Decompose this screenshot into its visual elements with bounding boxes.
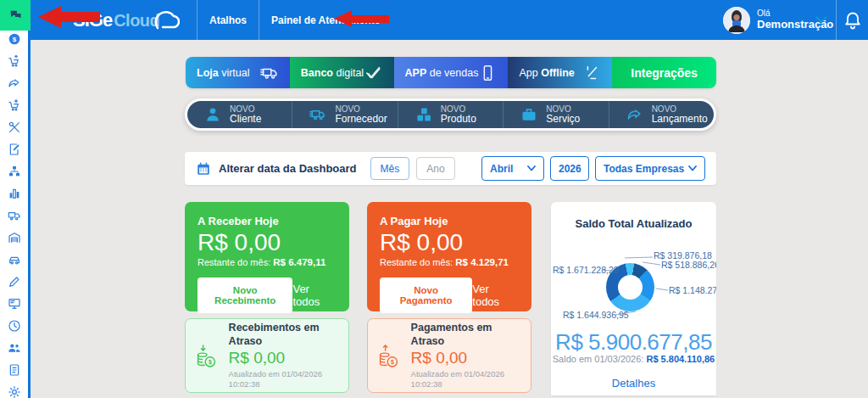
- overdue-receivables-card: $ Recebimentos em Atraso R$ 0,00 Atualiz…: [185, 318, 349, 393]
- sidebar-item-pos-monitor[interactable]: [7, 297, 21, 311]
- person-icon: [204, 106, 221, 123]
- overdue-payables-value: R$ 0,00: [411, 348, 520, 368]
- servico-label: Serviço: [546, 114, 580, 125]
- sidebar-item-sales-cart[interactable]: [7, 54, 21, 68]
- sidebar-item-vehicle[interactable]: [7, 253, 21, 266]
- balance-total: R$ 5.900.677,85: [551, 329, 716, 356]
- sidebar-item-clock[interactable]: [7, 319, 21, 333]
- year-toggle-button[interactable]: Ano: [416, 157, 454, 180]
- donut-label-4: R$ 1.644.936,95: [563, 310, 629, 320]
- banner-integracoes[interactable]: Integrações: [612, 57, 716, 88]
- month-select[interactable]: Abril: [481, 156, 544, 181]
- gear-icon: [8, 385, 21, 398]
- sidebar-item-money[interactable]: $: [7, 32, 21, 46]
- sidebar-item-reports[interactable]: [7, 187, 21, 200]
- chevron-down-icon: [527, 165, 536, 171]
- topbar: SIGe Cloud Atalhos Painel de Atendimento…: [31, 0, 868, 40]
- fornecedor-label: Fornecedor: [335, 114, 387, 125]
- year-select[interactable]: 2026: [550, 156, 589, 181]
- filter-selects: Abril 2026 Todas Empresas: [481, 156, 705, 181]
- year-select-value: 2026: [559, 163, 581, 175]
- total-balance-card: Saldo Total Atualizado R$ 319.876,18 R$ …: [551, 202, 716, 395]
- view-all-receivables-link[interactable]: Ver todos: [292, 283, 331, 308]
- banner-loja-label: Loja virtual: [197, 67, 250, 79]
- payable-remaining: Restante do mês: R$ 4.129,71: [380, 257, 519, 267]
- cloud-icon: [151, 4, 180, 31]
- cart-down-icon: [8, 98, 21, 112]
- arrow-shaft: [352, 15, 389, 23]
- overdue-payables-updated: Atualizado em 01/04/2026 10:02:38: [411, 369, 520, 390]
- topbar-divider: [836, 0, 837, 40]
- cart-up-icon: [8, 54, 21, 68]
- new-receipt-button[interactable]: Novo Recebimento: [198, 277, 292, 313]
- sidebar-item-delivery-truck[interactable]: [7, 209, 21, 222]
- monitor-icon: [8, 297, 21, 311]
- sidebar-item-documents[interactable]: [7, 363, 21, 377]
- banner-loja-virtual[interactable]: Loja virtual: [186, 57, 290, 88]
- menu-item-atalhos[interactable]: Atalhos: [197, 0, 259, 40]
- sidebar-item-pen[interactable]: [7, 275, 21, 289]
- sidebar-item-users[interactable]: [7, 341, 21, 355]
- smartphone-icon: [478, 64, 497, 82]
- annotation-arrow-painel: [334, 10, 389, 27]
- clipboard-icon: [8, 363, 21, 377]
- view-all-payables-link[interactable]: Ver todos: [472, 283, 514, 308]
- quick-create-cliente[interactable]: NOVOCliente: [187, 101, 292, 128]
- balance-card-title: Saldo Total Atualizado: [551, 217, 716, 230]
- company-select-value: Todas Empresas: [604, 163, 684, 175]
- banner-offline-label: App Offline: [519, 67, 574, 79]
- chevron-down-icon: [688, 165, 697, 171]
- receivable-remaining: Restante do mês: R$ 6.479,11: [198, 257, 337, 267]
- arrow-head: [38, 6, 61, 28]
- month-select-value: Abril: [490, 163, 513, 175]
- quick-create-servico[interactable]: NOVOServiço: [503, 101, 608, 128]
- banner-app-offline[interactable]: App Offline: [508, 57, 612, 88]
- avatar: [723, 7, 750, 34]
- overdue-receivables-updated: Atualizado em 01/04/2026 10:02:38: [229, 369, 338, 390]
- chevron-down-icon[interactable]: [815, 16, 827, 24]
- dashboard-filter-bar: Alterar data da Dashboard Mês Ano Abril …: [185, 152, 716, 185]
- share-arrow-icon: [626, 106, 643, 123]
- receivable-today-card: A Receber Hoje R$ 0,00 Restante do mês: …: [185, 202, 349, 311]
- calendar-icon: [196, 161, 211, 177]
- banner-integracoes-label: Integrações: [631, 66, 698, 80]
- quick-create-lancamento[interactable]: NOVOLançamento: [609, 101, 714, 128]
- tools-icon: [8, 121, 21, 134]
- payable-today-card: A Pagar Hoje R$ 0,00 Restante do mês: R$…: [367, 202, 531, 311]
- offline-icon: [582, 64, 601, 82]
- annotation-arrow-sidebar: [38, 6, 100, 28]
- warehouse-icon: [8, 231, 21, 244]
- company-select[interactable]: Todas Empresas: [595, 156, 705, 181]
- feature-banner: Loja virtual Banco digital APP de vendas…: [186, 57, 716, 88]
- chat-icon: [8, 8, 23, 22]
- overdue-payables-card: $ Pagamentos em Atraso R$ 0,00 Atualizad…: [367, 318, 531, 393]
- quick-create-produto[interactable]: NOVOProduto: [398, 101, 503, 128]
- notification-bell-icon[interactable]: [843, 10, 863, 31]
- arrow-shaft: [61, 12, 100, 22]
- sidebar-item-settings[interactable]: [7, 385, 21, 398]
- banner-banco-label: Banco digital: [301, 67, 364, 79]
- lancamento-label: Lançamento: [652, 114, 708, 125]
- month-toggle-button[interactable]: Mês: [370, 157, 410, 180]
- sidebar-item-notes[interactable]: [7, 143, 21, 156]
- svg-text:$: $: [12, 36, 16, 43]
- arrow-head: [334, 10, 352, 27]
- sidebar-item-sitemap[interactable]: [7, 165, 21, 178]
- banner-app-de-vendas[interactable]: APP de vendas: [394, 57, 509, 88]
- balance-details-link[interactable]: Detalhes: [551, 377, 716, 390]
- sidebar-item-chat[interactable]: [0, 0, 31, 31]
- donut-label-5: R$ 1.671.228,29: [553, 265, 619, 275]
- sidebar-item-purchase-cart[interactable]: [7, 98, 21, 112]
- new-payment-button[interactable]: Novo Pagamento: [380, 277, 472, 313]
- sidebar-item-warehouse[interactable]: [7, 231, 21, 244]
- produto-label: Produto: [441, 114, 476, 125]
- overdue-receivables-value: R$ 0,00: [229, 348, 338, 368]
- quick-create-fornecedor[interactable]: NOVOFornecedor: [292, 101, 397, 128]
- sidebar: $: [0, 0, 31, 398]
- banner-banco-digital[interactable]: Banco digital: [290, 57, 394, 88]
- users-icon: [8, 341, 21, 355]
- sidebar-item-share[interactable]: [7, 76, 21, 90]
- sidebar-item-tools[interactable]: [7, 121, 21, 134]
- clock-icon: [8, 319, 21, 333]
- coins-up-icon: $: [378, 341, 402, 370]
